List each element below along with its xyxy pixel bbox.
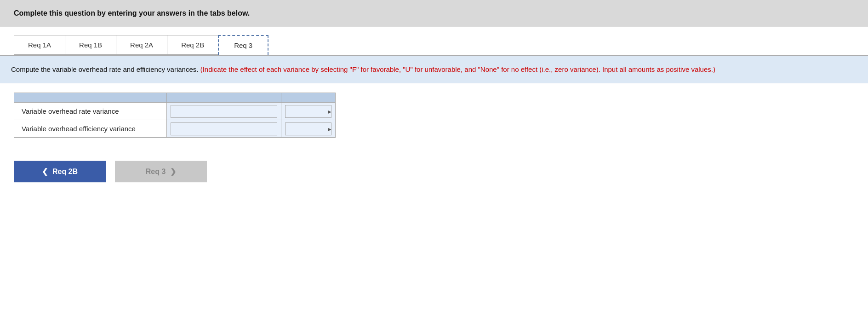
tab-req2b[interactable]: Req 2B: [167, 35, 218, 55]
prev-chevron-icon: ❮: [42, 167, 48, 176]
tab-req1a[interactable]: Req 1A: [14, 35, 65, 55]
page-wrapper: Complete this question by entering your …: [0, 0, 868, 326]
row2-effect-select[interactable]: F U None: [285, 122, 331, 135]
row1-amount-cell: [167, 103, 281, 120]
header-instruction: Complete this question by entering your …: [14, 9, 250, 17]
row1-effect-select[interactable]: F U None: [285, 105, 331, 118]
table-row: Variable overhead rate variance F U None: [14, 103, 336, 120]
tab-req3[interactable]: Req 3: [218, 35, 268, 55]
info-red-text: (Indicate the effect of each variance by…: [198, 65, 715, 73]
table-header-row: [14, 93, 336, 103]
row2-amount-input[interactable]: [171, 122, 277, 135]
col-header-amount: [167, 93, 281, 103]
header-banner: Complete this question by entering your …: [0, 0, 868, 27]
next-button[interactable]: Req 3 ❯: [115, 161, 207, 182]
table-row: Variable overhead efficiency variance F …: [14, 120, 336, 138]
row2-label: Variable overhead efficiency variance: [14, 120, 167, 138]
row1-label: Variable overhead rate variance: [14, 103, 167, 120]
info-box: Compute the variable overhead rate and e…: [0, 56, 868, 83]
info-main-text: Compute the variable overhead rate and e…: [11, 65, 198, 73]
row1-dropdown-cell: F U None: [281, 103, 335, 120]
prev-button[interactable]: ❮ Req 2B: [14, 161, 106, 182]
tabs-section: Req 1A Req 1B Req 2A Req 2B Req 3: [0, 27, 868, 56]
tab-req2a[interactable]: Req 2A: [116, 35, 167, 55]
row2-dropdown-cell: F U None: [281, 120, 335, 138]
prev-button-label: Req 2B: [52, 168, 78, 176]
next-chevron-icon: ❯: [170, 167, 176, 176]
row1-amount-input[interactable]: [171, 105, 277, 118]
variance-table: Variable overhead rate variance F U None: [14, 93, 336, 138]
col-header-effect: [281, 93, 335, 103]
tab-req1b[interactable]: Req 1B: [65, 35, 116, 55]
next-button-label: Req 3: [146, 168, 166, 176]
nav-buttons: ❮ Req 2B Req 3 ❯: [0, 151, 868, 196]
col-header-label: [14, 93, 167, 103]
table-section: Variable overhead rate variance F U None: [0, 93, 868, 151]
row2-amount-cell: [167, 120, 281, 138]
